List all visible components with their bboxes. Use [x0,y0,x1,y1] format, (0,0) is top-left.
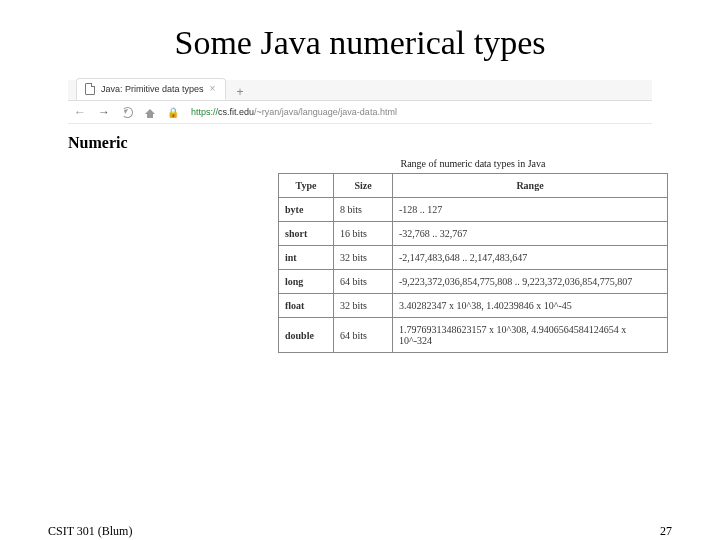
cell-range: 3.40282347 x 10^38, 1.40239846 x 10^-45 [393,294,668,318]
page-content: Numeric Range of numeric data types in J… [68,134,652,353]
table-caption: Range of numeric data types in Java [278,158,668,169]
section-heading: Numeric [68,134,652,152]
back-icon[interactable]: ← [74,105,86,119]
cell-size: 32 bits [334,294,393,318]
browser-tabbar: Java: Primitive data types × + [68,80,652,101]
cell-size: 64 bits [334,270,393,294]
url-scheme: https:// [191,107,218,117]
reload-icon[interactable] [122,107,133,118]
cell-size: 64 bits [334,318,393,353]
url-text[interactable]: https://cs.fit.edu/~ryan/java/language/j… [191,107,397,117]
header-type: Type [279,174,334,198]
table-row: long 64 bits -9,223,372,036,854,775,808 … [279,270,668,294]
tab-title: Java: Primitive data types [101,84,204,94]
table-container: Range of numeric data types in Java Type… [278,158,668,353]
lock-icon: 🔒 [167,107,179,118]
browser-urlbar: ← → 🔒 https://cs.fit.edu/~ryan/java/lang… [68,101,652,124]
cell-range: -128 .. 127 [393,198,668,222]
cell-type: short [279,222,334,246]
header-range: Range [393,174,668,198]
home-icon[interactable] [145,104,155,114]
cell-type: int [279,246,334,270]
table-row: float 32 bits 3.40282347 x 10^38, 1.4023… [279,294,668,318]
table-row: byte 8 bits -128 .. 127 [279,198,668,222]
cell-type: float [279,294,334,318]
page-number: 27 [660,524,672,539]
cell-size: 32 bits [334,246,393,270]
header-size: Size [334,174,393,198]
cell-size: 16 bits [334,222,393,246]
browser-tab-active[interactable]: Java: Primitive data types × [76,78,226,100]
table-row: double 64 bits 1.7976931348623157 x 10^3… [279,318,668,353]
cell-type: byte [279,198,334,222]
footer-left: CSIT 301 (Blum) [48,524,132,539]
table-header-row: Type Size Range [279,174,668,198]
table-row: short 16 bits -32,768 .. 32,767 [279,222,668,246]
browser-chrome: Java: Primitive data types × + ← → 🔒 htt… [68,80,652,124]
numeric-ranges-table: Type Size Range byte 8 bits -128 .. 127 … [278,173,668,353]
cell-size: 8 bits [334,198,393,222]
table-row: int 32 bits -2,147,483,648 .. 2,147,483,… [279,246,668,270]
page-icon [85,83,95,95]
slide-title: Some Java numerical types [0,24,720,62]
cell-range: -2,147,483,648 .. 2,147,483,647 [393,246,668,270]
cell-range: -9,223,372,036,854,775,808 .. 9,223,372,… [393,270,668,294]
cell-range: 1.7976931348623157 x 10^308, 4.940656458… [393,318,668,353]
close-icon[interactable]: × [210,84,216,94]
cell-range: -32,768 .. 32,767 [393,222,668,246]
cell-type: double [279,318,334,353]
url-host: cs.fit.edu [218,107,254,117]
forward-icon[interactable]: → [98,105,110,119]
cell-type: long [279,270,334,294]
url-path: /~ryan/java/language/java-data.html [254,107,397,117]
new-tab-button[interactable]: + [236,84,243,100]
